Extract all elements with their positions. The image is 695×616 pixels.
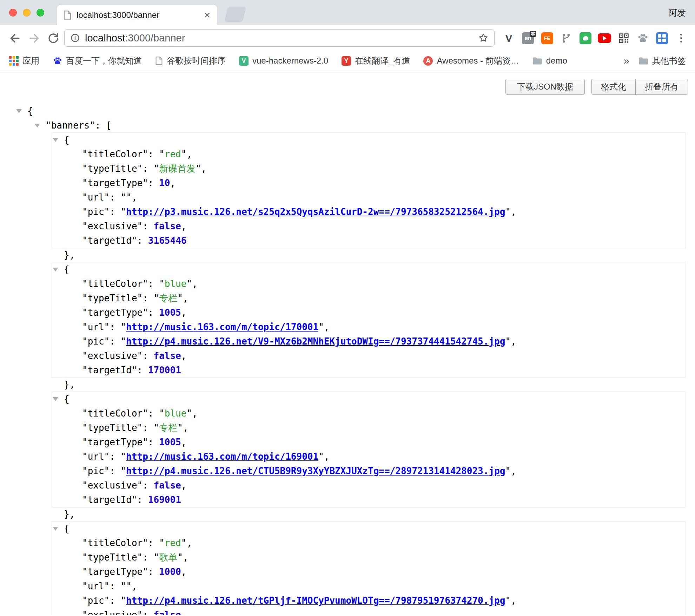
json-line: "targetId": 169001 xyxy=(52,493,686,507)
json-link[interactable]: http://p4.music.126.net/CTU5B9R9y3XyYBZX… xyxy=(126,466,505,476)
vue-icon: V xyxy=(239,56,249,66)
browser-tab[interactable]: localhost:3000/banner × xyxy=(57,5,217,25)
json-key: "titleColor" xyxy=(82,149,148,159)
json-object-box: {"titleColor": "red","typeTitle": "歌单","… xyxy=(52,522,686,615)
json-punct: : xyxy=(148,437,159,447)
json-punct: : xyxy=(110,451,120,462)
bookmark-star-icon[interactable] xyxy=(478,33,489,43)
json-number-value: 1005 xyxy=(159,307,181,318)
url-path: :3000/banner xyxy=(125,32,185,44)
collapse-all-button[interactable]: 折叠所有 xyxy=(635,79,688,95)
json-punct: : xyxy=(137,494,148,505)
json-link[interactable]: http://p4.music.126.net/tGPljf-IMOCyPvum… xyxy=(126,595,505,606)
json-key: "typeTitle" xyxy=(82,163,143,174)
forward-button[interactable] xyxy=(28,32,41,45)
json-string-value: red xyxy=(165,149,181,159)
json-punct: : xyxy=(143,221,153,231)
translator-extension-icon[interactable]: en 英 xyxy=(521,31,535,46)
format-button[interactable]: 格式化 xyxy=(591,79,636,95)
json-quote: " xyxy=(177,293,183,303)
url-bar[interactable]: localhost:3000/banner xyxy=(64,29,495,47)
reload-button[interactable] xyxy=(47,32,60,45)
qr-extension-icon[interactable] xyxy=(616,31,631,46)
vimium-extension-icon[interactable]: V xyxy=(502,31,516,46)
bookmark-label: demo xyxy=(546,56,567,66)
json-quote: " xyxy=(196,163,201,174)
json-key: "typeTitle" xyxy=(82,293,143,303)
tab-close-icon[interactable]: × xyxy=(203,10,211,20)
json-punct: , xyxy=(183,293,188,303)
json-punct: , xyxy=(192,278,198,289)
bookmark-awesomes[interactable]: A Awesomes - 前端资… xyxy=(423,55,519,66)
json-number-value: 3165446 xyxy=(148,235,187,246)
json-number-value: 10 xyxy=(159,178,170,188)
paw-extension-icon[interactable] xyxy=(635,31,650,46)
collapse-triangle-icon[interactable] xyxy=(16,109,22,113)
json-punct: : xyxy=(137,365,148,375)
json-key: "url" xyxy=(82,581,110,591)
octotree-extension-icon[interactable] xyxy=(559,31,574,46)
collapse-triangle-icon[interactable] xyxy=(53,138,58,142)
json-punct: , xyxy=(511,207,516,217)
minimize-window-button[interactable] xyxy=(23,9,31,17)
json-punct: , xyxy=(511,595,516,606)
json-link[interactable]: http://p3.music.126.net/s25q2x5QyqsAzilC… xyxy=(126,207,505,217)
bookmark-youdao[interactable]: Y 在线翻译_有道 xyxy=(342,55,410,66)
json-quote: " xyxy=(186,278,192,289)
json-key: "targetId" xyxy=(82,365,137,375)
json-punct: : xyxy=(110,595,120,606)
fehelper-glyph: FE xyxy=(541,32,553,44)
bookmark-label: vue-hackernews-2.0 xyxy=(252,56,328,66)
bookmark-label: Awesomes - 前端资… xyxy=(437,55,519,66)
bookmark-baidu[interactable]: 百度一下，你就知道 xyxy=(53,55,142,66)
bookmark-apps[interactable]: 应用 xyxy=(9,55,39,66)
json-line: { xyxy=(52,392,686,406)
collapse-triangle-icon[interactable] xyxy=(53,268,58,271)
other-bookmarks-button[interactable]: 其他书签 xyxy=(638,55,686,66)
json-line: "url": "", xyxy=(52,579,686,594)
fullscreen-window-button[interactable] xyxy=(37,9,44,17)
bookmark-vue-hackernews[interactable]: V vue-hackernews-2.0 xyxy=(239,56,328,66)
bookmark-google-sort[interactable]: 谷歌按时间排序 xyxy=(155,55,226,66)
json-line: "targetType": 1000, xyxy=(52,565,686,579)
download-json-button[interactable]: 下载JSON数据 xyxy=(505,79,585,95)
fehelper-extension-icon[interactable]: FE xyxy=(540,31,555,46)
json-link[interactable]: http://music.163.com/m/topic/170001 xyxy=(126,322,318,332)
back-button[interactable] xyxy=(8,32,21,45)
page-info-icon[interactable] xyxy=(70,33,80,43)
json-line: "titleColor": "red", xyxy=(52,147,686,162)
json-punct: , xyxy=(324,322,330,332)
youtube-extension-icon[interactable] xyxy=(597,31,612,46)
bookmark-folder-demo[interactable]: demo xyxy=(532,56,567,66)
translator-badge: 英 xyxy=(530,31,536,37)
json-key: "typeTitle" xyxy=(82,552,143,563)
bookmark-label: 百度一下，你就知道 xyxy=(66,55,142,66)
collapse-triangle-icon[interactable] xyxy=(53,527,58,531)
json-string-value: red xyxy=(165,538,181,548)
json-punct: }, xyxy=(64,250,75,260)
json-line: "targetType": 1005, xyxy=(52,306,686,320)
collapse-triangle-icon[interactable] xyxy=(34,124,40,127)
collapse-triangle-icon[interactable] xyxy=(53,397,58,401)
json-line: }, xyxy=(0,378,695,392)
json-line: "url": "http://music.163.com/m/topic/169… xyxy=(52,450,686,464)
close-window-button[interactable] xyxy=(9,9,17,17)
clipper-extension-icon[interactable] xyxy=(578,31,593,46)
json-punct: : xyxy=(137,235,148,246)
json-link[interactable]: http://p4.music.126.net/V9-MXz6b2MNhEKju… xyxy=(126,336,505,347)
bookmarks-overflow-chevron[interactable]: » xyxy=(623,55,629,67)
json-link[interactable]: http://music.163.com/m/topic/169001 xyxy=(126,451,318,462)
json-key: "url" xyxy=(82,451,110,462)
json-string-value: 专栏 xyxy=(159,293,177,303)
new-tab-button[interactable] xyxy=(224,7,246,22)
browser-menu-button[interactable] xyxy=(674,31,688,46)
json-quote: " xyxy=(121,322,126,332)
other-bookmarks-label: 其他书签 xyxy=(652,55,686,66)
json-punct: : xyxy=(148,178,159,188)
json-punct: , xyxy=(183,552,188,563)
blue-grid-extension-icon[interactable] xyxy=(655,31,669,46)
json-punct: : xyxy=(143,163,153,174)
json-punct: , xyxy=(192,408,198,419)
json-quote: " xyxy=(154,422,159,433)
page-icon xyxy=(155,56,163,65)
